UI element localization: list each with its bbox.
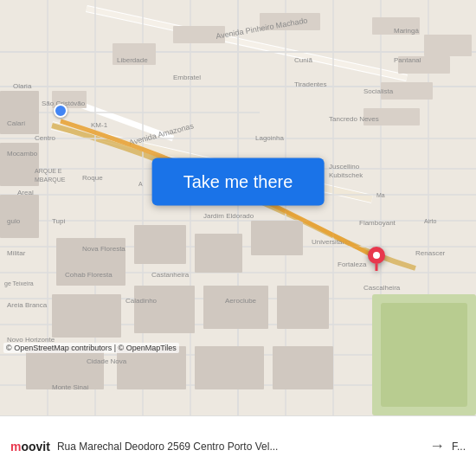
svg-text:Militar: Militar — [7, 249, 26, 257]
svg-text:ARQUE E: ARQUE E — [35, 168, 62, 175]
logo-m: m — [10, 440, 21, 453]
destination-marker — [368, 247, 385, 274]
svg-rect-34 — [424, 35, 472, 56]
svg-text:Cohab Floresta: Cohab Floresta — [65, 271, 113, 279]
svg-text:Tupi: Tupi — [52, 217, 65, 225]
svg-rect-53 — [195, 346, 264, 389]
svg-rect-46 — [251, 221, 303, 255]
svg-text:Lagoinha: Lagoinha — [255, 134, 284, 142]
svg-text:ge Teixeira: ge Teixeira — [4, 280, 34, 287]
svg-text:Areal: Areal — [17, 189, 34, 196]
svg-text:Cuniã: Cuniã — [294, 56, 312, 64]
app: Avenida Pinheiro Machado Avenida Amazona… — [0, 0, 476, 476]
origin-marker — [54, 104, 68, 118]
svg-text:KM-1: KM-1 — [91, 121, 108, 129]
logo-rest: oovit — [21, 440, 49, 453]
svg-text:Pantanal: Pantanal — [394, 56, 421, 64]
svg-text:Liberdade: Liberdade — [117, 56, 148, 64]
take-me-there-button[interactable]: Take me there — [152, 158, 325, 206]
footer-arrow-icon: → — [429, 437, 445, 455]
svg-text:Socialista: Socialista — [363, 87, 394, 95]
svg-text:Renascer: Renascer — [415, 249, 446, 257]
svg-rect-47 — [52, 294, 121, 338]
map-svg: Avenida Pinheiro Machado Avenida Amazona… — [0, 0, 476, 415]
svg-rect-39 — [381, 303, 467, 407]
svg-text:Airto: Airto — [424, 218, 437, 224]
svg-rect-42 — [0, 195, 39, 238]
svg-rect-48 — [134, 286, 195, 333]
svg-text:Embratel: Embratel — [173, 74, 201, 81]
svg-text:Cascalheira: Cascalheira — [363, 284, 401, 292]
map-attribution: © OpenStreetMap contributors | © OpenMap… — [3, 343, 179, 353]
svg-text:Aeroclube: Aeroclube — [225, 297, 257, 305]
svg-rect-45 — [195, 234, 242, 273]
svg-text:Olaria: Olaria — [13, 82, 32, 90]
svg-text:Fortaleza: Fortaleza — [338, 261, 367, 268]
svg-text:A: A — [138, 181, 143, 187]
moovit-logo: moovit — [10, 440, 50, 453]
logo-text: moovit — [10, 440, 50, 453]
svg-text:Monte Sinai: Monte Sinai — [52, 383, 88, 391]
map-container: Avenida Pinheiro Machado Avenida Amazona… — [0, 0, 476, 415]
svg-text:Tancredo Neves: Tancredo Neves — [329, 115, 379, 123]
svg-text:gulo: gulo — [7, 217, 21, 225]
svg-rect-40 — [0, 91, 39, 134]
svg-text:Roque: Roque — [82, 174, 103, 182]
svg-text:Maringá: Maringá — [394, 27, 419, 35]
svg-text:Nova Floresta: Nova Floresta — [82, 245, 125, 253]
footer-bar: moovit Rua Marechal Deodoro 2569 Centro … — [0, 415, 476, 476]
svg-text:Calarí: Calarí — [7, 119, 26, 127]
svg-text:Mocambo: Mocambo — [7, 150, 38, 158]
svg-text:Castanheira: Castanheira — [151, 271, 190, 279]
svg-text:Juscellino: Juscellino — [329, 163, 360, 170]
svg-text:Kubitschek: Kubitschek — [329, 171, 363, 179]
footer-destination: F... — [452, 441, 466, 453]
svg-text:Tiradentes: Tiradentes — [294, 80, 327, 88]
svg-text:Flamboyant: Flamboyant — [359, 219, 396, 227]
svg-text:Areia Branca: Areia Branca — [7, 301, 48, 309]
svg-rect-50 — [277, 286, 329, 329]
svg-text:MBARQUE: MBARQUE — [35, 177, 66, 183]
svg-text:Ma: Ma — [376, 192, 385, 198]
svg-text:Centro: Centro — [35, 134, 56, 142]
svg-rect-54 — [273, 346, 333, 389]
svg-rect-49 — [203, 286, 268, 329]
svg-text:Jardim Eldorado: Jardim Eldorado — [203, 212, 254, 220]
svg-point-101 — [373, 252, 380, 259]
svg-text:Caladinho: Caladinho — [125, 297, 158, 305]
footer-address: Rua Marechal Deodoro 2569 Centro Porto V… — [57, 441, 422, 453]
svg-text:Cidade Nova: Cidade Nova — [87, 357, 127, 365]
svg-rect-44 — [134, 225, 186, 264]
